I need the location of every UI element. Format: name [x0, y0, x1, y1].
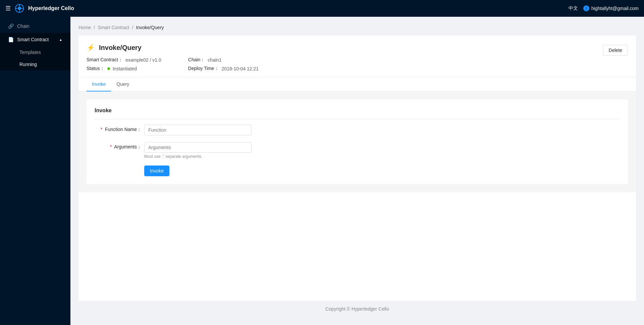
invoke-icon: ⚡: [87, 44, 95, 52]
tab-invoke[interactable]: Invoke: [87, 77, 111, 91]
deploy-time-meta-value: 2018-10-04 12:21: [222, 66, 259, 71]
meta-right: Chain： chain1 Deploy Time： 2018-10-04 12…: [188, 57, 259, 72]
breadcrumb-sep-2: /: [132, 25, 133, 30]
main-content: Home / Smart Contract / Invoke/Query ⚡ I…: [70, 17, 644, 325]
logo-icon: [14, 3, 25, 14]
function-name-label: * Function Name：: [95, 125, 142, 133]
chevron-up-icon: ▲: [59, 38, 62, 42]
invoke-card: Invoke * Function Name：: [87, 100, 628, 184]
invoke-submit-button[interactable]: Invoke: [144, 166, 169, 176]
chain-meta-label: Chain：: [188, 57, 205, 63]
form-group-arguments: * Arguments： Must use ',' separate argum…: [95, 142, 620, 159]
delete-button[interactable]: Delete: [603, 45, 628, 56]
content-area: Invoke * Function Name：: [78, 91, 636, 192]
chain-label: Chain: [17, 23, 30, 29]
page-title-row: ⚡ Invoke/Query: [87, 44, 259, 52]
layout: 🔗 Chain 📄 Smart Contract ▲ Templates Run…: [0, 17, 644, 325]
user-info: 👤 hightallyht@gmail.com: [583, 5, 639, 11]
required-asterisk-2: *: [110, 144, 112, 149]
arguments-input[interactable]: [144, 142, 252, 153]
meta-status: Status： Instantiated: [87, 66, 161, 72]
page-title: Invoke/Query: [99, 44, 142, 52]
smart-contract-label: Smart Contract: [17, 37, 49, 42]
page-header-top: ⚡ Invoke/Query Smart Contract： example02…: [87, 44, 628, 77]
arguments-field-wrapper: Must use ',' separate arguments.: [144, 142, 252, 159]
user-avatar-icon: 👤: [583, 5, 589, 11]
form-group-function-name: * Function Name：: [95, 125, 620, 135]
meta-info: Smart Contract： example02 / v1.0 Status：…: [87, 57, 259, 72]
smart-contract-meta-value: example02 / v1.0: [125, 57, 161, 63]
footer: Copyright © Hyperledger Cello: [78, 301, 636, 317]
meta-deploy-time: Deploy Time： 2018-10-04 12:21: [188, 66, 259, 72]
sidebar-submenu-smart-contract: 📄 Smart Contract ▲ Templates Running: [0, 33, 70, 70]
footer-text: Copyright © Hyperledger Cello: [325, 306, 389, 312]
chain-meta-value: chain1: [208, 57, 221, 63]
arguments-label: * Arguments：: [95, 142, 142, 150]
smart-contract-icon: 📄: [8, 37, 14, 42]
status-meta-value: Instantiated: [113, 66, 137, 71]
app-title: Hyperledger Cello: [28, 5, 74, 11]
invoke-section-title: Invoke: [95, 108, 620, 119]
sidebar-submenu-header[interactable]: 📄 Smart Contract ▲: [0, 33, 70, 46]
deploy-time-meta-label: Deploy Time：: [188, 66, 219, 72]
sidebar-item-chain[interactable]: 🔗 Chain: [0, 19, 70, 33]
page-header: ⚡ Invoke/Query Smart Contract： example02…: [78, 36, 636, 77]
arguments-helper: Must use ',' separate arguments.: [144, 154, 252, 159]
breadcrumb-current: Invoke/Query: [136, 25, 164, 30]
meta-chain: Chain： chain1: [188, 57, 259, 63]
meta-smart-contract: Smart Contract： example02 / v1.0: [87, 57, 161, 63]
sidebar-item-running[interactable]: Running: [0, 58, 70, 70]
status-dot: [107, 67, 110, 70]
hamburger-icon[interactable]: ☰: [5, 5, 11, 11]
required-asterisk: *: [101, 127, 102, 132]
function-name-field-wrapper: [144, 125, 252, 135]
meta-left: Smart Contract： example02 / v1.0 Status：…: [87, 57, 161, 72]
status-meta-label: Status：: [87, 66, 105, 72]
tab-query[interactable]: Query: [111, 77, 135, 91]
templates-label: Templates: [19, 50, 41, 55]
page-card: ⚡ Invoke/Query Smart Contract： example02…: [78, 36, 636, 301]
smart-contract-meta-label: Smart Contract：: [87, 57, 123, 63]
breadcrumb-smart-contract[interactable]: Smart Contract: [98, 25, 129, 30]
function-name-input[interactable]: [144, 125, 252, 135]
sidebar: 🔗 Chain 📄 Smart Contract ▲ Templates Run…: [0, 17, 70, 325]
logo-area: ☰ Hyperledger Cello: [5, 3, 74, 14]
form-action-row: Invoke: [144, 166, 620, 176]
svg-point-1: [18, 7, 21, 10]
breadcrumb-sep-1: /: [94, 25, 95, 30]
sidebar-item-templates[interactable]: Templates: [0, 46, 70, 58]
breadcrumb: Home / Smart Contract / Invoke/Query: [78, 25, 636, 30]
running-label: Running: [19, 62, 37, 67]
user-email: hightallyht@gmail.com: [591, 6, 639, 11]
page-header-left: ⚡ Invoke/Query Smart Contract： example02…: [87, 44, 628, 77]
chain-icon: 🔗: [8, 23, 14, 29]
title-and-meta: ⚡ Invoke/Query Smart Contract： example02…: [87, 44, 259, 77]
breadcrumb-home[interactable]: Home: [78, 25, 91, 30]
lang-switch[interactable]: 中文: [569, 5, 578, 11]
tabs: Invoke Query: [78, 77, 636, 91]
header-right: 中文 👤 hightallyht@gmail.com: [569, 5, 639, 11]
top-header: ☰ Hyperledger Cello 中文 👤 hightallyht@gma…: [0, 0, 644, 17]
